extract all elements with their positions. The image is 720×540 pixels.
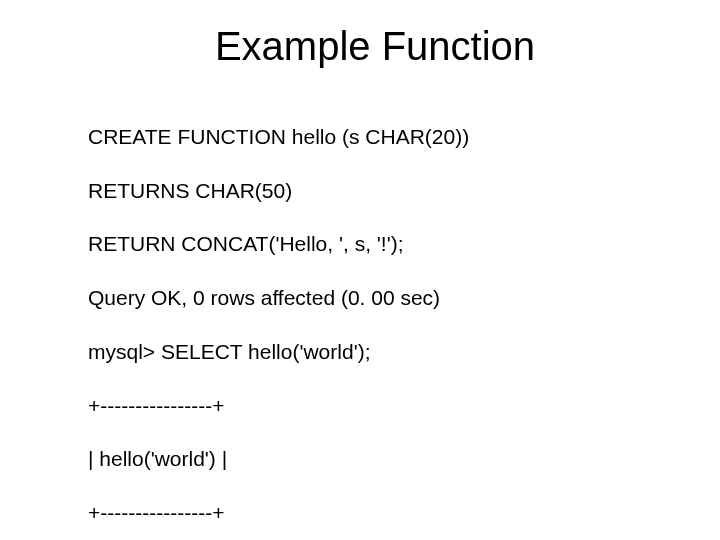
code-line: | hello('world') | (88, 446, 680, 473)
code-line: RETURN CONCAT('Hello, ', s, '!'); (88, 231, 680, 258)
code-line: Query OK, 0 rows affected (0. 00 sec) (88, 285, 680, 312)
code-line: +----------------+ (88, 393, 680, 420)
code-line: RETURNS CHAR(50) (88, 178, 680, 205)
code-line: mysql> SELECT hello('world'); (88, 339, 680, 366)
slide-title: Example Function (30, 0, 720, 97)
code-line: +----------------+ (88, 500, 680, 527)
code-line: CREATE FUNCTION hello (s CHAR(20)) (88, 124, 680, 151)
slide-body: CREATE FUNCTION hello (s CHAR(20)) RETUR… (0, 97, 720, 540)
slide: Example Function CREATE FUNCTION hello (… (0, 0, 720, 540)
